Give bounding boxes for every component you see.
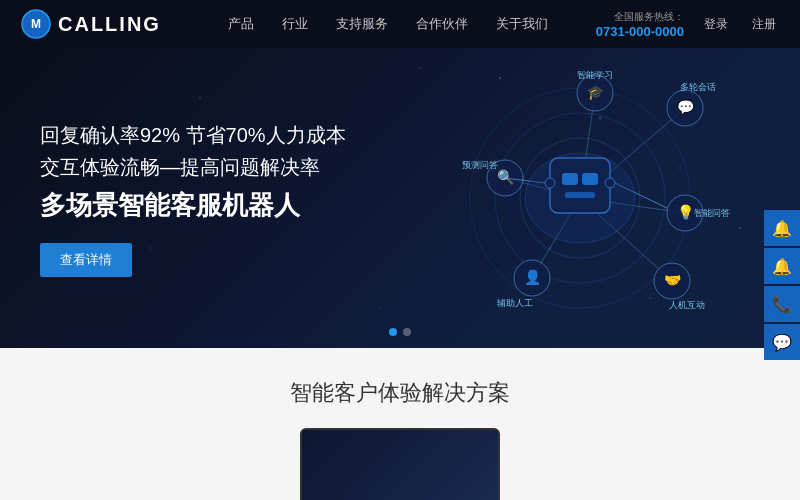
solutions-section: 智能客户体验解决方案 xyxy=(0,348,800,500)
hero-line1: 回复确认率92% 节省70%人力成本 xyxy=(40,124,346,146)
svg-point-10 xyxy=(649,297,651,299)
nav-item-about[interactable]: 关于我们 xyxy=(496,15,548,33)
header-info: 全国服务热线： 0731-000-0000 登录 注册 xyxy=(596,10,780,39)
hero-subtitle: 回复确认率92% 节省70%人力成本 交互体验流畅—提高问题解决率 xyxy=(40,119,346,183)
side-btn-notification-1[interactable]: 🔔 xyxy=(764,210,800,246)
svg-point-8 xyxy=(549,247,551,249)
hero-content: 回复确认率92% 节省70%人力成本 交互体验流畅—提高问题解决率 多场景智能客… xyxy=(0,119,386,277)
logo-area: M CALLING xyxy=(20,8,180,40)
bell-icon-1: 🔔 xyxy=(772,219,792,238)
hotline-label: 全国服务热线： xyxy=(614,10,684,24)
svg-text:M: M xyxy=(31,17,41,31)
laptop-screen xyxy=(302,430,498,500)
logo-icon: M xyxy=(20,8,52,40)
hero-main-title: 多场景智能客服机器人 xyxy=(40,187,346,223)
login-button[interactable]: 登录 xyxy=(700,14,732,35)
hero-line2: 交互体验流畅—提高问题解决率 xyxy=(40,156,320,178)
side-buttons: 🔔 🔔 📞 💬 xyxy=(764,210,800,360)
nav-item-support[interactable]: 支持服务 xyxy=(336,15,388,33)
phone-icon: 📞 xyxy=(772,295,792,314)
header: M CALLING 产品 行业 支持服务 合作伙伴 关于我们 全国服务热线： 0… xyxy=(0,0,800,48)
register-button[interactable]: 注册 xyxy=(748,14,780,35)
solutions-title: 智能客户体验解决方案 xyxy=(0,378,800,408)
bell-icon-2: 🔔 xyxy=(772,257,792,276)
hero-section: 回复确认率92% 节省70%人力成本 交互体验流畅—提高问题解决率 多场景智能客… xyxy=(0,48,800,348)
nav-item-products[interactable]: 产品 xyxy=(228,15,254,33)
nav-item-partners[interactable]: 合作伙伴 xyxy=(416,15,468,33)
hotline-number: 0731-000-0000 xyxy=(596,24,684,39)
svg-point-5 xyxy=(599,117,602,120)
nav-item-industry[interactable]: 行业 xyxy=(282,15,308,33)
side-btn-chat[interactable]: 💬 xyxy=(764,324,800,360)
side-btn-phone[interactable]: 📞 xyxy=(764,286,800,322)
svg-point-6 xyxy=(679,167,681,169)
chat-icon: 💬 xyxy=(772,333,792,352)
svg-point-4 xyxy=(499,77,501,79)
svg-point-7 xyxy=(419,67,421,69)
side-btn-notification-2[interactable]: 🔔 xyxy=(764,248,800,284)
svg-point-11 xyxy=(379,307,381,309)
hotline-block: 全国服务热线： 0731-000-0000 xyxy=(596,10,684,39)
svg-point-9 xyxy=(739,227,741,229)
svg-point-2 xyxy=(199,97,201,99)
laptop-preview-container xyxy=(0,428,800,500)
laptop-preview xyxy=(300,428,500,500)
logo-text: CALLING xyxy=(58,13,161,36)
nav-menu: 产品 行业 支持服务 合作伙伴 关于我们 xyxy=(180,15,596,33)
hero-cta-button[interactable]: 查看详情 xyxy=(40,243,132,277)
